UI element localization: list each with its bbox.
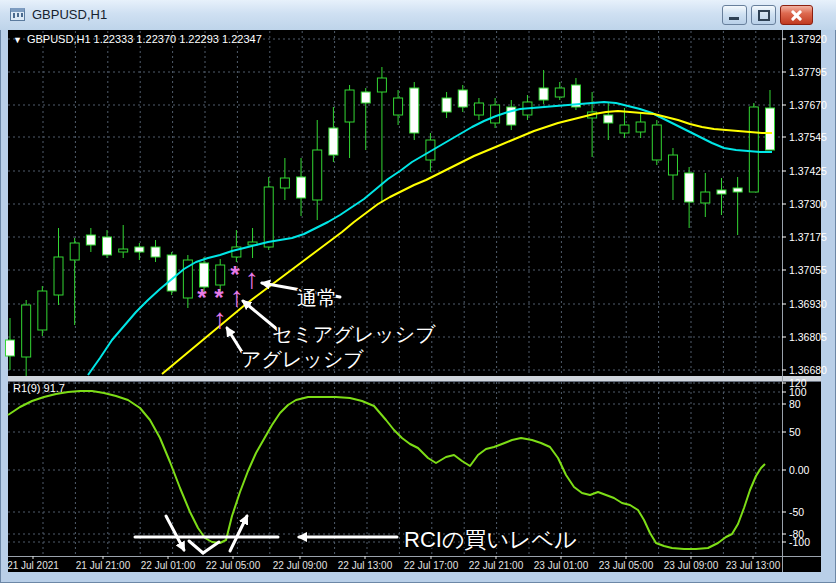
indicator-axis-label: -100 [789,536,810,548]
candle-body [297,177,306,198]
candle-body [555,88,564,97]
ohlc-info-bar: ▼GBPUSD,H1 1.22333 1.22370 1.22293 1.223… [13,33,262,45]
time-axis-label: 22 Jul 09:00 [273,560,328,571]
restore-icon [758,10,770,21]
candle-body [458,90,467,107]
candle [264,177,273,250]
minimize-icon [729,17,739,20]
candle-body [717,190,726,194]
candle-body [70,243,79,260]
time-axis-label: 22 Jul 01:00 [141,560,196,571]
indicator-axis-label: 80 [789,398,801,410]
mt4-chart-window: 1.379201.377951.376701.375451.374251.373… [0,0,836,583]
indicator-axis-label: -50 [789,506,804,518]
candle-body [167,255,176,291]
candle-body [442,98,451,112]
candle-body [329,128,338,155]
candle-body [491,105,500,123]
indicator-axis-label: 50 [789,426,801,438]
time-axis-label: 22 Jul 05:00 [206,560,261,571]
annotation-text-normal: 通常 [297,287,337,309]
chart-window-icon [10,8,25,21]
candle-body [54,257,63,295]
candle [749,103,758,192]
candle-body [685,173,694,202]
candle-body [604,115,613,123]
signal-up-arrow-icon: ↑ [230,281,244,312]
candle-body [394,98,403,115]
time-axis-label: 23 Jul 05:00 [599,560,654,571]
indicator-name-label: R1(9) 91.7 [13,382,65,394]
candle-body [620,125,629,133]
price-axis-label: 1.37300 [789,198,827,210]
candle-body [22,305,31,357]
time-axis-label: 23 Jul 09:00 [664,560,719,571]
indicator-axis-label: 100 [789,386,807,398]
candle-body [474,103,483,115]
candle-body [539,88,548,100]
price-axis-label: 1.37920 [789,33,827,45]
time-axis-label: 21 Jul 21:00 [76,560,131,571]
candle-body [345,90,354,122]
indicator-axis-label: 0.00 [789,464,810,476]
time-axis-label: 23 Jul 13:00 [726,560,781,571]
restore-button[interactable] [751,5,776,25]
candle [167,252,176,295]
pane-splitter[interactable] [8,376,821,381]
signal-up-arrow-icon: ↑ [213,303,227,334]
candle [38,286,47,336]
price-axis-label: 1.37545 [789,131,827,143]
price-axis-label: 1.37055 [789,264,827,276]
annotation-text-semi-aggressive: セミアグレッシブ [272,323,436,345]
candle-body [86,235,95,245]
candle-body [6,340,15,356]
ohlc-info-text: GBPUSD,H1 1.22333 1.22370 1.22293 1.2234… [27,33,262,45]
candle-body [119,249,128,252]
annotation-text-aggressive: アグレッシブ [241,348,364,370]
price-axis-label: 1.36930 [789,298,827,310]
price-axis-label: 1.36805 [789,331,827,343]
time-axis-label: 21 Jul 2021 [7,560,59,571]
time-axis-label: 22 Jul 21:00 [469,560,524,571]
close-button[interactable] [780,5,813,25]
candle-body [38,291,47,330]
candle-body [280,178,289,188]
price-axis-label: 1.37670 [789,99,827,111]
candle [652,120,661,165]
candle-body [135,247,144,252]
time-axis-label: 22 Jul 17:00 [404,560,459,571]
candle-body [313,150,322,200]
window-titlebar[interactable]: GBPUSD,H1 [0,0,836,30]
candle-body [652,125,661,160]
window-title: GBPUSD,H1 [32,7,107,22]
candle-body [636,122,645,132]
signal-up-arrow-icon: ↑ [245,263,259,294]
candle-body [733,188,742,192]
candle-body [377,78,386,92]
candle-body [151,247,160,257]
chart-svg: 1.379201.377951.376701.375451.374251.373… [0,0,836,583]
price-axis-label: 1.36680 [789,364,827,376]
time-axis-label: 22 Jul 13:00 [338,560,393,571]
price-axis-label: 1.37795 [789,66,827,78]
time-axis-label: 23 Jul 01:00 [534,560,589,571]
signal-asterisk-icon: * [197,284,207,311]
candle-body [264,187,273,247]
candle-body [103,237,112,255]
candle-body [765,108,774,150]
candle-body [216,265,225,285]
price-axis-label: 1.37175 [789,231,827,243]
candle [410,82,419,140]
candle-body [701,192,710,203]
price-axis-label: 1.37425 [789,165,827,177]
symbol-dropdown-icon[interactable]: ▼ [13,35,22,45]
candle-body [749,107,758,192]
candle-body [668,155,677,175]
annotation-text-rci-buy-level: RCIの買いレベル [404,527,577,552]
candle-body [410,88,419,133]
candle-body [361,92,370,103]
minimize-button[interactable] [722,5,747,25]
